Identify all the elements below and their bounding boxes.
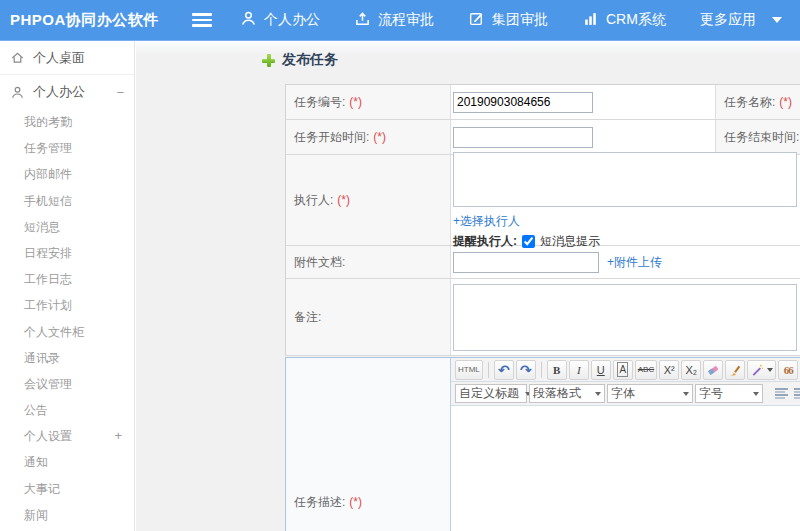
remark-textarea[interactable] — [453, 284, 797, 351]
topbar: PHPOA协同办公软件 个人办公 流程审批 集团审批 CRM系统 更多应用 — [0, 0, 800, 41]
sidebar-item-news[interactable]: 新闻 — [0, 502, 134, 528]
sidebar-item-schedule[interactable]: 日程安排 — [0, 240, 134, 266]
sidebar-item-work-plan[interactable]: 工作计划 — [0, 292, 134, 318]
blockquote-button[interactable]: 66 — [778, 360, 798, 380]
app-logo: PHPOA协同办公软件 — [0, 11, 178, 30]
nav-more-apps[interactable]: 更多应用 — [700, 11, 756, 29]
nav-label: 流程审批 — [378, 11, 434, 29]
editor-content-area[interactable] — [451, 406, 800, 531]
end-time-label: 任务结束时间: — [724, 129, 799, 146]
align-center-button[interactable] — [792, 385, 800, 402]
sidebar-item-personal-desktop[interactable]: 个人桌面 — [0, 41, 134, 75]
sidebar-item-personal-files[interactable]: 个人文件柜 — [0, 319, 134, 345]
task-name-label: 任务名称: — [724, 94, 775, 111]
nav-group-approval[interactable]: 集团审批 — [468, 10, 548, 30]
subscript-button[interactable]: X₂ — [681, 360, 701, 380]
chevron-down-icon — [753, 392, 759, 396]
page-header: 发布任务 — [262, 51, 338, 69]
magic-wand-icon — [750, 363, 764, 377]
add-icon — [262, 54, 275, 67]
eraser-icon — [706, 363, 720, 377]
required-mark: (*) — [337, 193, 350, 207]
nav-crm-system[interactable]: CRM系统 — [582, 10, 666, 30]
font-family-select[interactable]: 字体 — [607, 384, 693, 403]
char-border-button[interactable]: A — [613, 360, 633, 380]
publish-task-form: 任务编号: (*) 任务名称: (*) 任务开始时间: (*) — [285, 84, 800, 356]
paragraph-format-select[interactable]: 段落格式 — [529, 384, 605, 403]
bar-chart-icon — [582, 10, 599, 30]
task-no-label: 任务编号: — [294, 94, 345, 111]
editor-toolbar-row1: HTML ↶ ↷ B I U A ABC X² X₂ 66 — [451, 358, 800, 382]
sidebar-item-label: 个人桌面 — [33, 49, 85, 67]
sidebar-item-work-log[interactable]: 工作日志 — [0, 266, 134, 292]
sidebar-item-contacts[interactable]: 通讯录 — [0, 345, 134, 371]
remark-label: 备注: — [294, 309, 321, 326]
undo-button[interactable]: ↶ — [494, 360, 514, 380]
sidebar-item-internal-mail[interactable]: 内部邮件 — [0, 161, 134, 187]
task-no-input[interactable] — [453, 92, 593, 113]
sidebar: 个人桌面 个人办公 − 我的考勤 任务管理 内部邮件 手机短信 短消息 日程安排… — [0, 41, 135, 531]
executor-label: 执行人: — [294, 192, 333, 209]
sidebar-item-mobile-sms[interactable]: 手机短信 — [0, 188, 134, 214]
align-center-icon — [794, 388, 800, 399]
start-time-label: 任务开始时间: — [294, 129, 369, 146]
bold-button[interactable]: B — [547, 360, 567, 380]
underline-button[interactable]: U — [591, 360, 611, 380]
sidebar-item-major-events[interactable]: 大事记 — [0, 476, 134, 502]
nav-personal-office[interactable]: 个人办公 — [240, 10, 320, 30]
nav-label: 集团审批 — [492, 11, 548, 29]
start-time-input[interactable] — [453, 127, 593, 148]
brush-icon — [728, 363, 742, 377]
sidebar-item-my-attendance[interactable]: 我的考勤 — [0, 109, 134, 135]
attachment-input[interactable] — [453, 252, 599, 273]
sidebar-item-notice[interactable]: 通知 — [0, 449, 134, 475]
chevron-down-icon — [767, 368, 773, 372]
page-title: 发布任务 — [282, 51, 338, 69]
format-brush-button[interactable] — [725, 360, 745, 380]
sidebar-item-task-management[interactable]: 任务管理 — [0, 135, 134, 161]
font-size-select[interactable]: 字号 — [695, 384, 763, 403]
required-mark: (*) — [373, 130, 386, 144]
home-icon — [10, 50, 25, 65]
top-nav: 个人办公 流程审批 集团审批 CRM系统 更多应用 — [240, 10, 782, 30]
chevron-down-icon — [595, 392, 601, 396]
attachment-upload-link[interactable]: +附件上传 — [607, 254, 662, 271]
chevron-down-icon[interactable] — [772, 17, 782, 23]
executor-textarea[interactable] — [453, 152, 797, 207]
nav-process-approval[interactable]: 流程审批 — [354, 10, 434, 30]
editor-toolbar-row2: 自定义标题 段落格式 字体 字号 — [451, 382, 800, 406]
html-source-button[interactable]: HTML — [455, 360, 483, 380]
choose-executor-link[interactable]: +选择执行人 — [453, 214, 520, 228]
italic-button[interactable]: I — [569, 360, 589, 380]
form-row-description: 任务描述: (*) HTML ↶ ↷ B I U A ABC X² X₂ — [285, 357, 800, 531]
page: PHPOA协同办公软件 个人办公 流程审批 集团审批 CRM系统 更多应用 — [0, 0, 800, 531]
sidebar-item-personal-settings[interactable]: 个人设置+ — [0, 423, 134, 449]
sidebar-item-announcement[interactable]: 公告 — [0, 397, 134, 423]
nav-label: 个人办公 — [264, 11, 320, 29]
nav-label: 更多应用 — [700, 11, 756, 29]
user-icon — [240, 10, 257, 30]
description-label: 任务描述: — [294, 494, 345, 511]
redo-button[interactable]: ↷ — [516, 360, 536, 380]
form-row-task-no: 任务编号: (*) 任务名称: (*) — [286, 85, 800, 120]
sidebar-item-meeting-management[interactable]: 会议管理 — [0, 371, 134, 397]
user-icon — [10, 85, 25, 100]
custom-heading-select[interactable]: 自定义标题 — [455, 384, 527, 403]
required-mark: (*) — [779, 95, 792, 109]
chevron-down-icon — [683, 392, 689, 396]
form-row-attachment: 附件文档: +附件上传 — [286, 246, 800, 279]
sidebar-item-short-message[interactable]: 短消息 — [0, 214, 134, 240]
collapse-icon[interactable]: − — [116, 85, 124, 100]
expand-icon[interactable]: + — [114, 423, 122, 449]
required-mark: (*) — [349, 495, 362, 509]
menu-toggle-icon[interactable] — [192, 13, 212, 27]
strikethrough-button[interactable]: ABC — [635, 360, 657, 380]
sidebar-item-label: 个人办公 — [33, 83, 85, 101]
main-content: 发布任务 任务编号: (*) 任务名称: (*) — [136, 41, 800, 531]
eraser-button[interactable] — [703, 360, 723, 380]
sidebar-item-personal-office[interactable]: 个人办公 − — [0, 75, 134, 109]
nav-label: CRM系统 — [606, 11, 666, 29]
align-left-button[interactable] — [773, 385, 790, 402]
superscript-button[interactable]: X² — [659, 360, 679, 380]
quick-format-button[interactable] — [747, 360, 776, 380]
